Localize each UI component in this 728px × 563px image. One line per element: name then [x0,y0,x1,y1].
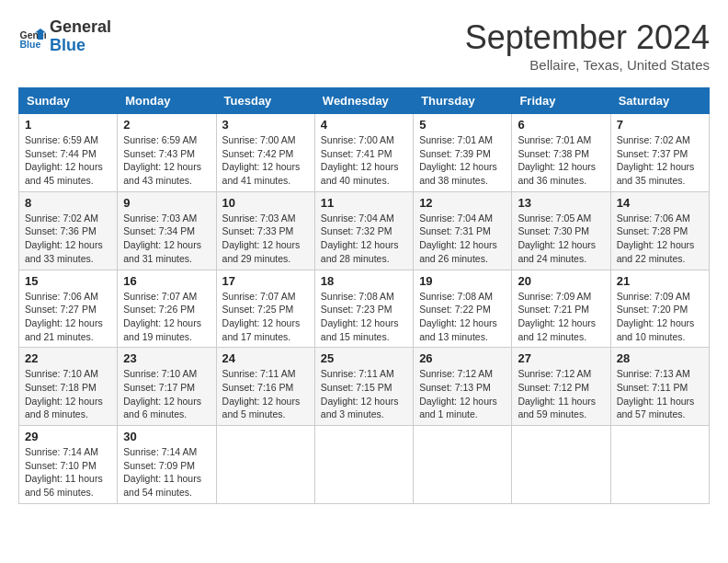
day-info: Sunrise: 7:03 AM Sunset: 7:34 PM Dayligh… [123,212,210,266]
day-number: 28 [617,351,703,365]
calendar-cell: 27 Sunrise: 7:12 AM Sunset: 7:12 PM Dayl… [512,348,610,426]
calendar-cell: 28 Sunrise: 7:13 AM Sunset: 7:11 PM Dayl… [610,348,709,426]
calendar-cell: 11 Sunrise: 7:04 AM Sunset: 7:32 PM Dayl… [314,191,413,270]
day-info: Sunrise: 7:12 AM Sunset: 7:13 PM Dayligh… [419,367,506,421]
day-number: 3 [222,118,309,132]
day-number: 15 [25,274,111,288]
day-number: 23 [123,351,210,365]
calendar-week-row: 8 Sunrise: 7:02 AM Sunset: 7:36 PM Dayli… [19,191,710,270]
day-number: 14 [617,196,703,210]
day-number: 6 [518,118,604,132]
calendar-cell: 13 Sunrise: 7:05 AM Sunset: 7:30 PM Dayl… [512,191,610,270]
day-info: Sunrise: 7:10 AM Sunset: 7:17 PM Dayligh… [123,367,210,421]
calendar-cell: 9 Sunrise: 7:03 AM Sunset: 7:34 PM Dayli… [118,191,216,270]
logo: General Blue General Blue [18,18,111,55]
svg-text:Blue: Blue [20,39,41,50]
day-info: Sunrise: 7:14 AM Sunset: 7:10 PM Dayligh… [25,445,111,500]
calendar-cell: 21 Sunrise: 7:09 AM Sunset: 7:20 PM Dayl… [610,270,709,348]
calendar-cell: 8 Sunrise: 7:02 AM Sunset: 7:36 PM Dayli… [19,191,118,270]
calendar-cell [314,426,413,504]
day-info: Sunrise: 7:11 AM Sunset: 7:15 PM Dayligh… [321,367,407,421]
day-info: Sunrise: 7:09 AM Sunset: 7:20 PM Dayligh… [617,290,703,344]
calendar-cell: 5 Sunrise: 7:01 AM Sunset: 7:39 PM Dayli… [414,114,512,192]
calendar-week-row: 29 Sunrise: 7:14 AM Sunset: 7:10 PM Dayl… [19,426,710,504]
day-info: Sunrise: 7:01 AM Sunset: 7:39 PM Dayligh… [419,133,506,188]
day-number: 30 [123,430,210,443]
day-info: Sunrise: 7:08 AM Sunset: 7:23 PM Dayligh… [321,290,407,344]
day-number: 29 [25,430,111,443]
calendar-cell: 30 Sunrise: 7:14 AM Sunset: 7:09 PM Dayl… [118,426,216,504]
day-number: 25 [321,351,407,365]
day-number: 18 [321,274,407,288]
logo-text: General Blue [50,18,111,55]
calendar-cell: 6 Sunrise: 7:01 AM Sunset: 7:38 PM Dayli… [512,114,610,192]
calendar-cell [512,426,610,504]
calendar-cell: 12 Sunrise: 7:04 AM Sunset: 7:31 PM Dayl… [414,191,512,270]
day-info: Sunrise: 7:04 AM Sunset: 7:32 PM Dayligh… [321,212,407,266]
calendar-cell [414,426,512,504]
day-info: Sunrise: 7:04 AM Sunset: 7:31 PM Dayligh… [419,212,506,266]
calendar-cell: 20 Sunrise: 7:09 AM Sunset: 7:21 PM Dayl… [512,270,610,348]
calendar-cell: 17 Sunrise: 7:07 AM Sunset: 7:25 PM Dayl… [216,270,314,348]
column-header-saturday: Saturday [610,88,709,114]
day-info: Sunrise: 7:06 AM Sunset: 7:27 PM Dayligh… [25,290,111,344]
calendar-table: SundayMondayTuesdayWednesdayThursdayFrid… [18,87,710,504]
calendar-cell: 2 Sunrise: 6:59 AM Sunset: 7:43 PM Dayli… [118,114,216,192]
day-number: 5 [419,118,506,132]
calendar-cell: 25 Sunrise: 7:11 AM Sunset: 7:15 PM Dayl… [314,348,413,426]
calendar-cell: 14 Sunrise: 7:06 AM Sunset: 7:28 PM Dayl… [610,191,709,270]
calendar-cell [216,426,314,504]
calendar-cell: 16 Sunrise: 7:07 AM Sunset: 7:26 PM Dayl… [118,270,216,348]
calendar-week-row: 22 Sunrise: 7:10 AM Sunset: 7:18 PM Dayl… [19,348,710,426]
day-info: Sunrise: 7:07 AM Sunset: 7:25 PM Dayligh… [222,290,309,344]
day-info: Sunrise: 7:13 AM Sunset: 7:11 PM Dayligh… [617,367,703,421]
day-info: Sunrise: 7:05 AM Sunset: 7:30 PM Dayligh… [518,212,604,266]
day-number: 17 [222,274,309,288]
column-header-wednesday: Wednesday [314,88,413,114]
column-header-monday: Monday [118,88,216,114]
calendar-cell: 23 Sunrise: 7:10 AM Sunset: 7:17 PM Dayl… [118,348,216,426]
calendar-cell [610,426,709,504]
day-info: Sunrise: 7:09 AM Sunset: 7:21 PM Dayligh… [518,290,604,344]
day-info: Sunrise: 6:59 AM Sunset: 7:43 PM Dayligh… [123,133,210,188]
logo-icon: General Blue [18,23,46,51]
day-info: Sunrise: 7:06 AM Sunset: 7:28 PM Dayligh… [617,212,703,266]
calendar-cell: 24 Sunrise: 7:11 AM Sunset: 7:16 PM Dayl… [216,348,314,426]
day-number: 21 [617,274,703,288]
day-info: Sunrise: 7:08 AM Sunset: 7:22 PM Dayligh… [419,290,506,344]
calendar-cell: 15 Sunrise: 7:06 AM Sunset: 7:27 PM Dayl… [19,270,118,348]
day-number: 4 [321,118,407,132]
day-number: 22 [25,351,111,365]
day-info: Sunrise: 7:11 AM Sunset: 7:16 PM Dayligh… [222,367,309,421]
day-info: Sunrise: 7:10 AM Sunset: 7:18 PM Dayligh… [25,367,111,421]
calendar-cell: 7 Sunrise: 7:02 AM Sunset: 7:37 PM Dayli… [610,114,709,192]
day-number: 12 [419,196,506,210]
page-header: General Blue General Blue September 2024… [18,18,710,73]
calendar-cell: 10 Sunrise: 7:03 AM Sunset: 7:33 PM Dayl… [216,191,314,270]
title-section: September 2024 Bellaire, Texas, United S… [465,18,710,73]
column-header-friday: Friday [512,88,610,114]
day-number: 16 [123,274,210,288]
day-number: 9 [123,196,210,210]
day-info: Sunrise: 7:12 AM Sunset: 7:12 PM Dayligh… [518,367,604,421]
calendar-cell: 18 Sunrise: 7:08 AM Sunset: 7:23 PM Dayl… [314,270,413,348]
day-info: Sunrise: 7:03 AM Sunset: 7:33 PM Dayligh… [222,212,309,266]
location: Bellaire, Texas, United States [465,57,710,73]
day-number: 2 [123,118,210,132]
calendar-cell: 19 Sunrise: 7:08 AM Sunset: 7:22 PM Dayl… [414,270,512,348]
day-info: Sunrise: 7:02 AM Sunset: 7:36 PM Dayligh… [25,212,111,266]
day-number: 27 [518,351,604,365]
calendar-week-row: 1 Sunrise: 6:59 AM Sunset: 7:44 PM Dayli… [19,114,710,192]
column-header-tuesday: Tuesday [216,88,314,114]
day-info: Sunrise: 7:02 AM Sunset: 7:37 PM Dayligh… [617,133,703,188]
day-number: 7 [617,118,703,132]
day-info: Sunrise: 7:00 AM Sunset: 7:41 PM Dayligh… [321,133,407,188]
calendar-week-row: 15 Sunrise: 7:06 AM Sunset: 7:27 PM Dayl… [19,270,710,348]
month-title: September 2024 [465,18,710,57]
day-number: 10 [222,196,309,210]
day-number: 11 [321,196,407,210]
day-info: Sunrise: 7:07 AM Sunset: 7:26 PM Dayligh… [123,290,210,344]
calendar-cell: 4 Sunrise: 7:00 AM Sunset: 7:41 PM Dayli… [314,114,413,192]
day-info: Sunrise: 7:00 AM Sunset: 7:42 PM Dayligh… [222,133,309,188]
column-header-thursday: Thursday [414,88,512,114]
